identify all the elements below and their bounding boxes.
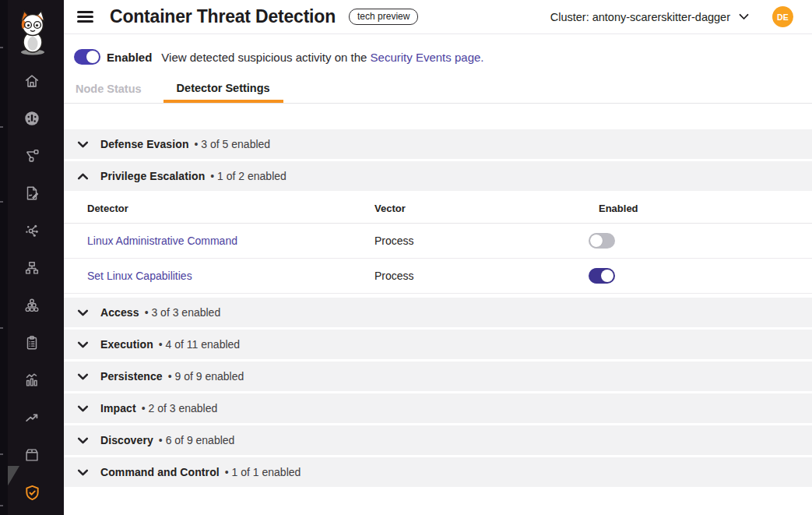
- section-count: • 1 of 1 enabled: [225, 466, 301, 478]
- enabled-label: Enabled: [107, 51, 152, 64]
- detector-link-linux-administrative-command[interactable]: Linux Administrative Command: [87, 235, 374, 247]
- sub-header: Enabled View detected suspicious activit…: [64, 34, 812, 104]
- section-count: • 6 of 9 enabled: [159, 434, 235, 446]
- app-logo-cat[interactable]: [15, 8, 51, 56]
- table-row: Set Linux Capabilities Process: [64, 259, 812, 294]
- sidebar-nav: [0, 62, 64, 511]
- nav-node-cluster[interactable]: [0, 287, 64, 324]
- node-cluster-icon: [23, 297, 40, 314]
- nav-dashboard[interactable]: [0, 100, 64, 137]
- detector-toggle-linux-administrative-command[interactable]: [589, 233, 615, 249]
- section-defense-evasion[interactable]: Defense Evasion • 3 of 5 enabled: [64, 129, 812, 159]
- section-title: Impact: [100, 402, 136, 414]
- chevron-down-icon: [76, 370, 90, 383]
- cluster-selector[interactable]: Cluster: antony-scarerskitter-dagger: [550, 11, 749, 23]
- detector-table: Detector Vector Enabled Linux Administra…: [64, 193, 812, 294]
- section-persistence[interactable]: Persistence • 9 of 9 enabled: [64, 362, 812, 391]
- vector-value: Process: [374, 235, 599, 247]
- nav-checklist[interactable]: [0, 324, 64, 362]
- section-count: • 4 of 11 enabled: [159, 338, 240, 351]
- col-enabled: Enabled: [599, 203, 812, 214]
- section-title: Discovery: [100, 434, 153, 446]
- chevron-down-icon: [76, 466, 90, 479]
- home-icon: [23, 72, 40, 90]
- security-events-link[interactable]: Security Events page.: [371, 51, 484, 64]
- section-title: Privilege Escalation: [100, 170, 205, 182]
- report-edit-icon: [23, 185, 40, 202]
- vector-value: Process: [374, 270, 599, 282]
- detector-link-set-linux-capabilities[interactable]: Set Linux Capabilities: [87, 270, 374, 282]
- package-box-icon: [23, 446, 40, 464]
- section-privilege-escalation[interactable]: Privilege Escalation • 1 of 2 enabled: [64, 161, 812, 191]
- top-bar: Container Threat Detection tech preview …: [64, 0, 812, 34]
- section-title: Execution: [100, 338, 153, 351]
- section-count: • 1 of 2 enabled: [210, 170, 286, 182]
- hamburger-menu-icon[interactable]: [77, 11, 93, 23]
- tabs: Node Status Detector Settings: [76, 82, 283, 103]
- chevron-down-icon: [76, 402, 90, 415]
- chevron-up-icon: [76, 170, 90, 183]
- nav-hub[interactable]: [0, 212, 64, 249]
- nav-trends[interactable]: [0, 399, 64, 436]
- gauge-dashboard-icon: [23, 110, 40, 127]
- section-count: • 3 of 3 enabled: [145, 306, 221, 319]
- chevron-down-icon: [76, 306, 90, 319]
- section-title: Command and Control: [100, 466, 220, 478]
- chevron-down-icon: [76, 138, 90, 151]
- section-count: • 3 of 5 enabled: [195, 138, 271, 150]
- bar-chart-icon: [23, 372, 40, 389]
- chevron-down-icon: [76, 434, 90, 447]
- sidebar: [0, 0, 64, 515]
- section-execution[interactable]: Execution • 4 of 11 enabled: [64, 330, 812, 359]
- nav-topology[interactable]: [0, 137, 64, 175]
- tab-node-status[interactable]: Node Status: [76, 83, 142, 103]
- status-description: View detected suspicious activity on the…: [161, 51, 483, 64]
- page-title: Container Threat Detection: [110, 6, 336, 27]
- col-detector: Detector: [87, 203, 374, 214]
- main-area: Container Threat Detection tech preview …: [64, 0, 812, 515]
- window-edge-strip: [0, 0, 8, 515]
- detector-toggle-set-linux-capabilities[interactable]: [589, 268, 615, 284]
- trend-up-icon: [23, 409, 40, 426]
- enable-status-row: Enabled View detected suspicious activit…: [74, 49, 484, 65]
- shield-check-icon: [23, 484, 41, 502]
- detector-settings-content: Defense Evasion • 3 of 5 enabled Privile…: [64, 104, 812, 487]
- col-vector: Vector: [374, 203, 599, 214]
- topology-icon: [23, 147, 40, 164]
- user-avatar[interactable]: DE: [772, 6, 793, 27]
- feature-enabled-toggle[interactable]: [74, 49, 100, 65]
- tech-preview-badge: tech preview: [349, 9, 418, 25]
- section-discovery[interactable]: Discovery • 6 of 9 enabled: [64, 425, 812, 455]
- nav-sitemap[interactable]: [0, 249, 64, 287]
- nav-reports[interactable]: [0, 175, 64, 212]
- section-command-and-control[interactable]: Command and Control • 1 of 1 enabled: [64, 457, 812, 487]
- sitemap-icon: [23, 259, 40, 277]
- nav-home[interactable]: [0, 62, 64, 100]
- table-row: Linux Administrative Command Process: [64, 224, 812, 259]
- detector-table-header: Detector Vector Enabled: [64, 193, 812, 224]
- section-title: Persistence: [100, 370, 163, 383]
- checklist-clipboard-icon: [23, 334, 40, 351]
- tab-detector-settings[interactable]: Detector Settings: [163, 82, 283, 103]
- chevron-down-icon: [76, 338, 90, 351]
- hub-connections-icon: [23, 222, 40, 239]
- cluster-label: Cluster: antony-scarerskitter-dagger: [550, 11, 730, 23]
- section-access[interactable]: Access • 3 of 3 enabled: [64, 298, 812, 327]
- nav-metrics[interactable]: [0, 362, 64, 399]
- section-title: Access: [100, 306, 139, 319]
- section-count: • 2 of 3 enabled: [142, 402, 218, 414]
- section-impact[interactable]: Impact • 2 of 3 enabled: [64, 393, 812, 423]
- section-count: • 9 of 9 enabled: [168, 370, 244, 383]
- section-title: Defense Evasion: [100, 138, 189, 150]
- chevron-down-icon: [739, 13, 749, 20]
